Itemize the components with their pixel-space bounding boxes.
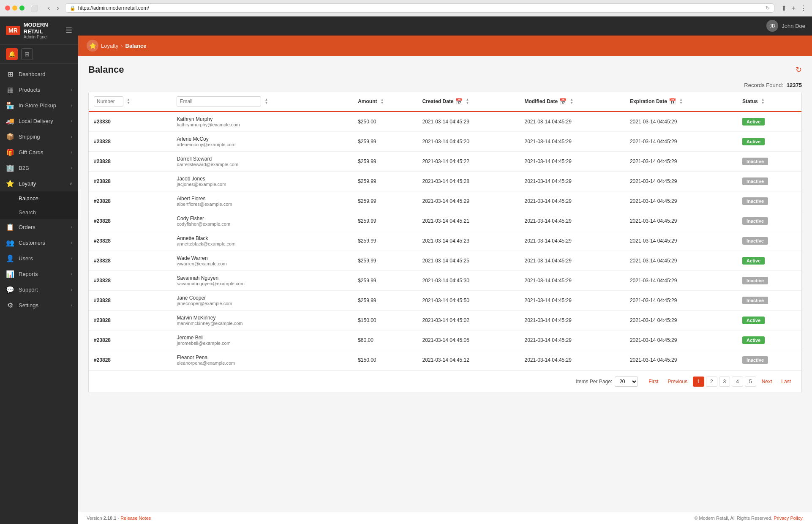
page-btn-5[interactable]: 5 <box>745 377 756 387</box>
hamburger-menu-btn[interactable]: ☰ <box>65 26 72 35</box>
cell-created: 2021-03-14 04:45:25 <box>417 251 519 271</box>
table-row[interactable]: #23828 Cody Fisher codyfisher@example.co… <box>89 211 801 231</box>
privacy-policy-link[interactable]: Privacy Policy. <box>774 516 804 521</box>
cell-number: #23828 <box>89 291 172 311</box>
sidebar-item-orders[interactable]: 📋 Orders › <box>0 219 78 235</box>
previous-page-btn[interactable]: Previous <box>664 377 692 386</box>
cell-number: #23828 <box>89 350 172 370</box>
page-btn-4[interactable]: 4 <box>732 377 743 387</box>
cell-expiration: 2021-03-14 04:45:29 <box>625 172 737 191</box>
extensions-btn[interactable]: ⋮ <box>800 4 807 13</box>
cell-expiration: 2021-03-14 04:45:29 <box>625 311 737 330</box>
sidebar-item-support[interactable]: 💬 Support › <box>0 282 78 297</box>
back-btn[interactable]: ‹ <box>45 3 52 13</box>
sidebar-item-products[interactable]: ▦ Products › <box>0 82 78 98</box>
th-amount[interactable]: Amount ▲▼ <box>353 92 417 112</box>
next-page-btn[interactable]: Next <box>758 377 776 386</box>
chevron-right-icon: › <box>71 119 72 123</box>
table-row[interactable]: #23828 Arlene McCoy arlenemccoy@example.… <box>89 132 801 152</box>
chevron-right-icon: › <box>71 240 72 245</box>
table-row[interactable]: #23828 Jerome Bell jeromebell@example.co… <box>89 330 801 350</box>
th-modified-date[interactable]: Modified Date 📅 ▲▼ <box>520 92 625 112</box>
orders-icon: 📋 <box>6 223 14 231</box>
footer: Version 2.10.1 - Release Notes © Modern … <box>78 512 812 524</box>
cell-status: Active <box>737 330 801 350</box>
status-badge: Inactive <box>742 297 768 304</box>
sidebar-item-users[interactable]: 👤 Users › <box>0 251 78 266</box>
chevron-right-icon: › <box>71 272 72 276</box>
cell-amount: $259.99 <box>353 291 417 311</box>
table-row[interactable]: #23828 Marvin McKinney marvinmckinney@ex… <box>89 311 801 330</box>
new-tab-btn[interactable]: ＋ <box>790 4 797 13</box>
url-bar[interactable]: 🔒 https://admin.modernretail.com/ ↻ <box>65 3 774 13</box>
sidebar-item-settings[interactable]: ⚙ Settings › <box>0 297 78 313</box>
reload-icon[interactable]: ↻ <box>766 5 770 11</box>
th-expiration-date[interactable]: Expiration Date 📅 ▲▼ <box>625 92 737 112</box>
sidebar-toggle-btn[interactable]: ⬜ <box>28 4 40 12</box>
page-btn-1[interactable]: 1 <box>693 377 704 387</box>
app-subname: Admin Panel <box>24 35 65 39</box>
status-badge: Inactive <box>742 356 768 364</box>
th-created-date[interactable]: Created Date 📅 ▲▼ <box>417 92 519 112</box>
browser-action-buttons: ⬆ ＋ ⋮ <box>781 4 807 13</box>
close-window-btn[interactable] <box>5 5 10 11</box>
table-row[interactable]: #23828 Annette Black annetteblack@exampl… <box>89 231 801 251</box>
sidebar-item-search[interactable]: Search <box>0 205 78 219</box>
sidebar-item-b2b[interactable]: 🏢 B2B › <box>0 160 78 176</box>
page-btn-3[interactable]: 3 <box>719 377 730 387</box>
username: John Doe <box>782 23 805 29</box>
notifications-btn[interactable]: 🔔 <box>6 48 18 60</box>
version-number: 2.10.1 <box>104 516 117 521</box>
sort-arrows-email[interactable]: ▲▼ <box>264 98 268 105</box>
refresh-btn[interactable]: ↻ <box>796 65 802 74</box>
last-page-btn[interactable]: Last <box>777 377 795 386</box>
sidebar-item-gift-cards[interactable]: 🎁 Gift Cards › <box>0 145 78 160</box>
release-notes-link[interactable]: Release Notes <box>120 516 151 521</box>
th-status[interactable]: Status ▲▼ <box>737 92 801 112</box>
table-row[interactable]: #23828 Savannah Nguyen savannahnguyen@ex… <box>89 271 801 291</box>
cell-status: Active <box>737 311 801 330</box>
table-row[interactable]: #23828 Eleanor Pena eleanorpena@example.… <box>89 350 801 370</box>
sidebar-item-reports[interactable]: 📊 Reports › <box>0 266 78 282</box>
forward-btn[interactable]: › <box>54 3 61 13</box>
breadcrumb-current: Balance <box>125 43 147 49</box>
users-icon: 👤 <box>6 254 14 262</box>
sidebar-item-dashboard[interactable]: ⊞ Dashboard <box>0 66 78 82</box>
sort-arrows-number[interactable]: ▲▼ <box>127 98 130 105</box>
sidebar-item-in-store-pickup[interactable]: 🏪 In-Store Pickup › <box>0 98 78 113</box>
cell-email: Cody Fisher codyfisher@example.com <box>172 211 353 231</box>
first-page-btn[interactable]: First <box>645 377 662 386</box>
maximize-window-btn[interactable] <box>19 5 25 11</box>
table-header-row: ▲▼ ▲▼ <box>89 92 801 112</box>
table-row[interactable]: #23828 Jacob Jones jacjones@example.com … <box>89 172 801 191</box>
chevron-right-icon: › <box>71 287 72 292</box>
sidebar-item-customers[interactable]: 👥 Customers › <box>0 235 78 251</box>
cell-email: Arlene McCoy arlenemccoy@example.com <box>172 132 353 152</box>
sidebar-item-loyalty[interactable]: ⭐ Loyalty ∨ <box>0 176 78 191</box>
page-btn-2[interactable]: 2 <box>706 377 717 387</box>
sidebar-item-label: Products <box>19 87 71 93</box>
sidebar-item-label: In-Store Pickup <box>19 102 71 109</box>
grid-view-btn[interactable]: ⊞ <box>21 48 33 60</box>
minimize-window-btn[interactable] <box>12 5 17 11</box>
table-row[interactable]: #23828 Albert Flores albertflores@exampl… <box>89 191 801 211</box>
cell-status: Inactive <box>737 152 801 172</box>
number-filter-input[interactable] <box>94 96 123 106</box>
table-row[interactable]: #23828 Darrell Steward darrellsteward@ex… <box>89 152 801 172</box>
items-per-page-select[interactable]: 20 10 50 100 <box>615 377 638 387</box>
sidebar-item-local-delivery[interactable]: 🚚 Local Delivery › <box>0 113 78 129</box>
window-controls <box>5 5 25 11</box>
sidebar-item-shipping[interactable]: 📦 Shipping › <box>0 129 78 145</box>
cell-created: 2021-03-14 04:45:29 <box>417 112 519 132</box>
table-row[interactable]: #23828 Wade Warren wwarren@example.com $… <box>89 251 801 271</box>
share-btn[interactable]: ⬆ <box>781 4 787 13</box>
sidebar-item-balance[interactable]: Balance <box>0 191 78 205</box>
calendar-icon-modified: 📅 <box>559 98 567 105</box>
user-menu[interactable]: JD John Doe <box>766 20 805 32</box>
table-row[interactable]: #23828 Jane Cooper janecooper@example.co… <box>89 291 801 311</box>
breadcrumb-parent[interactable]: Loyalty <box>101 43 118 49</box>
cell-created: 2021-03-14 04:45:29 <box>417 191 519 211</box>
cell-modified: 2021-03-14 04:45:29 <box>520 271 625 291</box>
table-row[interactable]: #23830 Kathryn Murphy kathrynmurphy@exam… <box>89 112 801 132</box>
email-filter-input[interactable] <box>177 96 261 106</box>
